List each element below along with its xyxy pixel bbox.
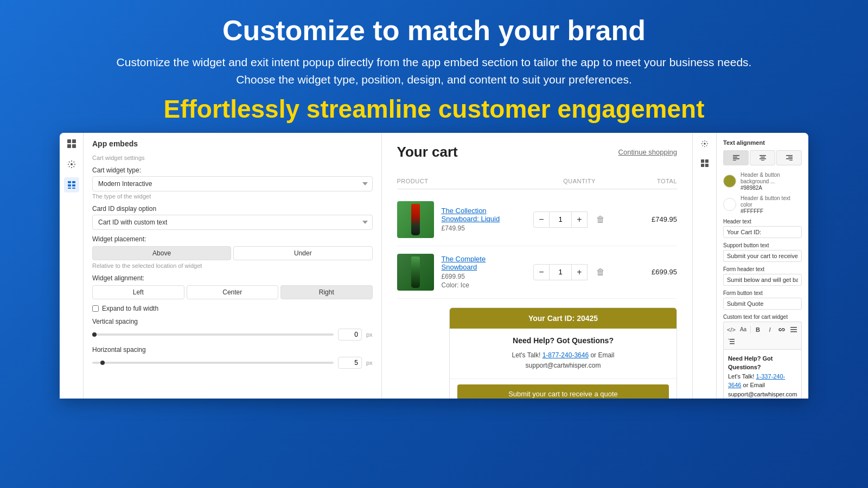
item-2-qty-decrease[interactable]: − [533, 264, 550, 280]
placement-above-btn[interactable]: Above [92, 246, 231, 260]
align-left-btn[interactable]: Left [92, 285, 184, 299]
svg-rect-18 [733, 158, 739, 159]
text-align-right-btn[interactable] [776, 150, 802, 165]
svg-rect-24 [786, 155, 793, 156]
item-2-total: £699.95 [628, 268, 677, 276]
text-align-left-btn[interactable] [723, 150, 749, 165]
svg-point-11 [704, 143, 706, 145]
header-text-color-value: #FFFFFF [741, 208, 802, 214]
placement-under-btn[interactable]: Under [233, 246, 372, 260]
rt-link-btn[interactable] [776, 324, 787, 335]
form-header-text-label: Form header text [723, 266, 802, 272]
rich-text-content-area[interactable]: Need Help? Got Questions? Let's Talk! 1-… [723, 349, 802, 399]
align-right-btn[interactable]: Right [280, 285, 373, 299]
svg-rect-19 [733, 160, 736, 160]
cart-title: Your cart [397, 144, 458, 160]
rich-text-title: Need Help? Got Questions? [728, 355, 773, 371]
rt-italic-btn[interactable]: I [764, 324, 775, 335]
svg-rect-12 [701, 159, 704, 163]
form-header-text-input[interactable] [723, 274, 802, 286]
help-text-mid: or Email [590, 351, 614, 359]
settings-icon[interactable] [64, 157, 79, 172]
vertical-spacing-input[interactable] [338, 329, 362, 341]
item-1-name[interactable]: The Collection Snowboard: Liquid [442, 207, 514, 223]
header-text-color-label: Header & button text color [741, 195, 802, 208]
quantity-column-header: QUANTITY [531, 178, 628, 184]
svg-rect-26 [786, 158, 793, 159]
total-column-header: TOTAL [628, 178, 677, 184]
main-tagline: Effortlessly streamline customer engagem… [43, 95, 825, 123]
item-1-image [397, 201, 434, 238]
custom-text-label: Custom text for cart widget [723, 314, 802, 320]
item-1-qty-decrease[interactable]: − [533, 211, 550, 228]
item-2-qty-value: 1 [550, 264, 571, 280]
svg-rect-7 [68, 184, 71, 187]
item-2-name[interactable]: The Complete Snowboard [442, 255, 514, 271]
widget-alignment-label: Widget alignment: [92, 274, 373, 282]
svg-point-4 [71, 163, 73, 165]
item-2-delete-btn[interactable]: 🗑 [593, 265, 608, 280]
svg-rect-30 [790, 331, 797, 332]
svg-rect-22 [760, 158, 766, 159]
text-align-center-btn[interactable] [750, 150, 775, 165]
support-btn-text-label: Support button text [723, 242, 802, 248]
cart-widget-submit-btn[interactable]: Submit your cart to receive a quote [457, 384, 669, 399]
cart-widget-type-select[interactable]: Modern Interactive [92, 176, 373, 191]
align-center-btn[interactable]: Center [187, 285, 279, 299]
rt-font-size-btn[interactable]: Aa [738, 324, 749, 335]
header-bg-color-swatch[interactable] [723, 175, 736, 188]
vertical-spacing-handle[interactable] [92, 332, 97, 337]
card-id-select[interactable]: Cart ID with custom text [92, 215, 373, 230]
svg-rect-1 [72, 139, 76, 143]
widget-placement-label: Widget placement: [92, 235, 373, 243]
rt-list-btn[interactable] [788, 324, 799, 335]
header-bg-label: Header & button background ... [741, 172, 802, 185]
form-btn-text-input[interactable] [723, 298, 802, 310]
main-settings-icon[interactable] [697, 136, 712, 151]
item-1-qty-control: − 1 + 🗑 [522, 211, 620, 228]
svg-rect-15 [705, 164, 708, 167]
svg-rect-13 [705, 159, 708, 163]
item-1-delete-btn[interactable]: 🗑 [593, 212, 608, 227]
header-bg-value: #98982A [741, 185, 802, 191]
grid-icon[interactable] [64, 136, 79, 151]
header-text-input[interactable] [723, 226, 802, 238]
rt-code-btn[interactable]: </> [726, 324, 737, 335]
item-2-variant: Color: Ice [442, 281, 514, 289]
svg-rect-21 [761, 157, 765, 158]
item-1-total: £749.95 [628, 215, 677, 223]
horizontal-spacing-unit: px [366, 359, 373, 366]
apps-icon[interactable] [64, 177, 79, 192]
support-btn-text-input[interactable] [723, 250, 802, 262]
help-text-pre: Let's Talk! [512, 351, 541, 359]
svg-rect-20 [760, 155, 766, 156]
horizontal-spacing-input[interactable] [338, 357, 362, 369]
svg-rect-3 [72, 144, 76, 148]
main-subtitle: Customize the widget and exit intent pop… [108, 54, 760, 88]
continue-shopping-link[interactable]: Continue shopping [618, 148, 677, 156]
horizontal-spacing-handle[interactable] [100, 361, 105, 365]
svg-rect-10 [72, 188, 75, 189]
item-1-price: £749.95 [442, 224, 514, 232]
help-email: support@cartwhisper.com [526, 362, 601, 369]
horizontal-spacing-label: Horizontal spacing [92, 346, 373, 354]
item-2-qty-increase[interactable]: + [571, 264, 588, 280]
item-2-price: £699.95 [442, 273, 514, 280]
item-2-qty-control: − 1 + 🗑 [522, 264, 620, 280]
item-1-qty-increase[interactable]: + [571, 211, 588, 228]
header-text-label: Header text [723, 219, 802, 224]
form-btn-text-label: Form button text [723, 290, 802, 296]
header-text-color-swatch[interactable] [723, 198, 736, 211]
svg-rect-16 [733, 155, 739, 156]
expand-full-width-checkbox[interactable] [92, 305, 99, 312]
help-phone-link[interactable]: 1-877-240-3646 [542, 351, 589, 359]
layout-icon[interactable] [697, 156, 712, 171]
cart-widget-type-label: Cart widget type: [92, 166, 373, 174]
cart-item-2: The Complete Snowboard £699.95 Color: Ic… [397, 246, 678, 299]
rt-ordered-list-btn[interactable]: 1. [726, 336, 737, 347]
item-1-qty-value: 1 [550, 211, 571, 228]
svg-rect-29 [790, 329, 797, 330]
rt-bold-btn[interactable]: B [752, 324, 763, 335]
svg-rect-27 [789, 160, 793, 160]
cart-id-button[interactable]: Your Cart ID: 20425 [450, 308, 676, 329]
